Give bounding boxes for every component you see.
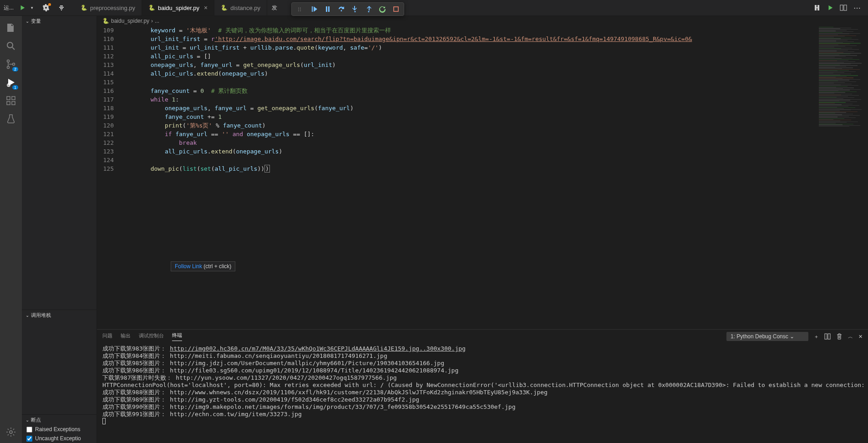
terminal-selector[interactable]: 1: Python Debug Consc ⌄ — [726, 332, 808, 341]
split-terminal-icon[interactable] — [824, 333, 831, 340]
run-debug-icon[interactable]: 1 — [0, 73, 22, 92]
minimap[interactable] — [818, 26, 868, 329]
restart-icon[interactable] — [376, 4, 388, 15]
step-over-icon[interactable] — [335, 4, 347, 15]
editor-tab[interactable]: 🐍baidu_spider.py× — [142, 0, 214, 15]
stop-icon[interactable] — [390, 4, 402, 15]
tab-label: distance.py — [230, 5, 260, 11]
tab-label: baidu_spider.py — [158, 5, 199, 11]
svg-rect-11 — [12, 97, 15, 100]
svg-point-5 — [7, 66, 10, 69]
svg-rect-1 — [844, 5, 847, 10]
source-control-icon[interactable]: 2 — [0, 55, 22, 73]
more-icon[interactable]: ⋯ — [853, 4, 861, 12]
checkbox[interactable] — [26, 427, 32, 433]
chevron-down-icon: ⌄ — [25, 19, 29, 24]
extensions-icon[interactable] — [0, 92, 22, 110]
activity-bar: 2 1 — [0, 16, 22, 443]
breakpoint-uncaught[interactable]: Uncaught Exceptio — [22, 434, 96, 443]
svg-rect-14 — [828, 334, 830, 339]
svg-point-4 — [7, 60, 10, 62]
python-icon: 🐍 — [148, 5, 155, 11]
svg-rect-0 — [840, 5, 843, 10]
compare-icon[interactable] — [813, 4, 821, 11]
breakpoint-label: Raised Exceptions — [35, 426, 80, 433]
breadcrumb-sep: › — [151, 18, 153, 24]
settings-icon[interactable] — [0, 421, 22, 443]
maximize-icon[interactable]: ︿ — [848, 333, 853, 340]
side-panel: ⌄变量 ⌄调用堆栈 ⌄断点 Raised Exceptions Uncaught… — [22, 16, 97, 443]
top-bar: 运... ▾ 🐍preprocessing.py🐍baidu_spider.py… — [0, 0, 868, 16]
svg-point-3 — [7, 42, 13, 48]
python-icon: 🐍 — [102, 18, 109, 24]
variables-header[interactable]: ⌄变量 — [22, 16, 96, 26]
terminal-tab[interactable]: 问题 — [102, 332, 112, 341]
terminal-tab[interactable]: 终端 — [172, 332, 182, 341]
split-editor-icon[interactable] — [840, 4, 847, 11]
svg-rect-2 — [394, 7, 398, 11]
editor-tabs: 🐍preprocessing.py🐍baidu_spider.py×🐍dista… — [74, 0, 267, 15]
editor[interactable]: 1091101111121131141151161171181191201211… — [97, 26, 868, 329]
callstack-header[interactable]: ⌄调用堆栈 — [22, 310, 96, 320]
test-icon[interactable] — [0, 110, 22, 128]
debug-toolbar[interactable]: ⁞⁞ — [291, 2, 404, 16]
step-out-icon[interactable] — [363, 4, 375, 15]
pause-icon[interactable] — [322, 4, 334, 15]
checkbox[interactable] — [26, 436, 32, 442]
breadcrumb[interactable]: 🐍 baidu_spider.py › ... — [97, 16, 868, 26]
svg-point-6 — [13, 63, 15, 66]
python-icon: 🐍 — [221, 5, 228, 11]
terminal-panel: 问题输出调试控制台终端 1: Python Debug Consc ⌄ ＋ ︿ … — [97, 329, 868, 443]
breakpoint-label: Uncaught Exceptio — [35, 435, 81, 442]
explorer-icon[interactable] — [0, 19, 22, 37]
close-panel-icon[interactable]: ✕ — [858, 334, 863, 340]
terminal-tab[interactable]: 调试控制台 — [139, 332, 164, 341]
play-icon[interactable] — [19, 5, 25, 11]
terminal-tabs: 问题输出调试控制台终端 1: Python Debug Consc ⌄ ＋ ︿ … — [97, 330, 868, 343]
breakpoints-header[interactable]: ⌄断点 — [22, 415, 96, 425]
close-icon[interactable]: × — [204, 4, 208, 11]
search-icon[interactable] — [0, 37, 22, 55]
breadcrumb-file[interactable]: baidu_spider.py — [111, 18, 149, 24]
svg-point-12 — [10, 431, 12, 433]
chevron-down-icon: ⌄ — [25, 418, 29, 423]
new-terminal-icon[interactable]: ＋ — [814, 333, 819, 340]
svg-rect-9 — [7, 102, 10, 105]
truncated-menu[interactable]: 发 — [272, 4, 277, 12]
dropdown-caret-icon[interactable]: ▾ — [31, 5, 33, 10]
breakpoint-raised[interactable]: Raised Exceptions — [22, 425, 96, 434]
terminal-tab[interactable]: 输出 — [121, 332, 131, 341]
kill-terminal-icon[interactable] — [836, 333, 843, 340]
svg-rect-10 — [12, 102, 15, 105]
step-into-icon[interactable] — [349, 4, 361, 15]
link-tooltip: Follow Link (ctrl + click) — [171, 261, 235, 271]
run-menu[interactable]: 运... — [4, 4, 14, 12]
run-file-icon[interactable] — [827, 5, 833, 11]
python-icon: 🐍 — [81, 5, 87, 11]
terminal-output[interactable]: 成功下载第983张图片： http://img002.hc360.cn/m7/M… — [97, 343, 868, 443]
editor-tab[interactable]: 🐍preprocessing.py — [74, 0, 142, 15]
gear-icon[interactable] — [42, 4, 50, 11]
chevron-down-icon: ⌄ — [25, 313, 29, 318]
no-config-icon[interactable] — [58, 4, 65, 11]
tab-label: preprocessing.py — [90, 5, 135, 11]
drag-handle-icon[interactable]: ⁞⁞ — [294, 4, 305, 15]
breadcrumb-rest[interactable]: ... — [155, 18, 159, 24]
continue-icon[interactable] — [308, 4, 320, 15]
svg-rect-13 — [825, 334, 827, 339]
editor-tab[interactable]: 🐍distance.py — [214, 0, 267, 15]
svg-rect-8 — [7, 97, 10, 100]
